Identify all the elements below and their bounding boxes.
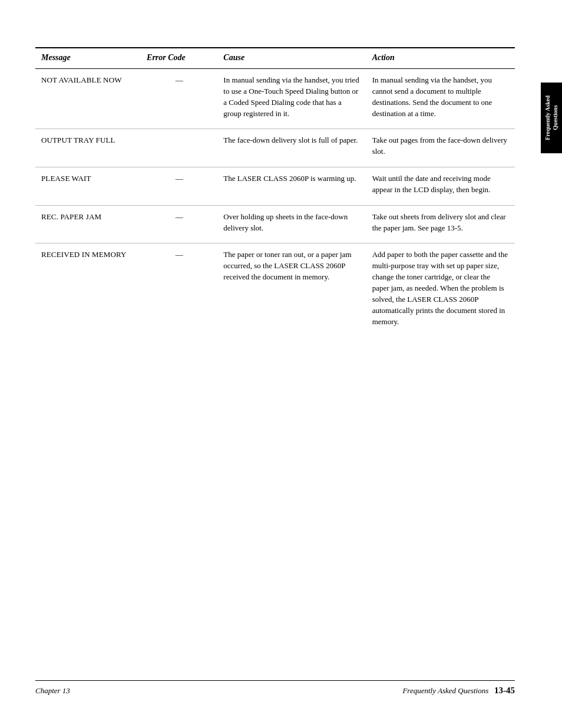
cell-cause: Over holding up sheets in the face-down … (217, 205, 366, 243)
table-row: REC. PAPER JAM—Over holding up sheets in… (35, 205, 515, 243)
footer-page-number: 13-45 (494, 686, 515, 695)
cell-error-code (141, 129, 217, 167)
footer-section-label: Frequently Asked Questions (402, 686, 488, 695)
cell-cause: In manual sending via the handset, you t… (217, 69, 366, 129)
cell-message: NOT AVAILABLE NOW (35, 69, 141, 129)
cell-cause: The LASER CLASS 2060P is warming up. (217, 167, 366, 206)
footer: Chapter 13 Frequently Asked Questions 13… (35, 680, 515, 696)
cell-message: RECEIVED IN MEMORY (35, 243, 141, 337)
cell-message: REC. PAPER JAM (35, 205, 141, 243)
cell-action: Add paper to both the paper cassette and… (366, 243, 515, 337)
table-row: NOT AVAILABLE NOW—In manual sending via … (35, 69, 515, 129)
footer-page: Frequently Asked Questions 13-45 (402, 686, 515, 696)
cell-action: Take out pages from the face-down delive… (366, 129, 515, 167)
page-container: Frequently AskedQuestions Message Error … (0, 0, 562, 728)
cell-error-code: — (141, 205, 217, 243)
header-error-code: Error Code (141, 48, 217, 69)
header-action: Action (366, 48, 515, 69)
cell-message: OUTPUT TRAY FULL (35, 129, 141, 167)
main-table: Message Error Code Cause Action NOT AVAI… (35, 47, 515, 337)
footer-chapter: Chapter 13 (35, 686, 70, 696)
cell-action: In manual sending via the handset, you c… (366, 69, 515, 129)
table-row: OUTPUT TRAY FULLThe face-down delivery s… (35, 129, 515, 167)
header-message: Message (35, 48, 141, 69)
table-row: PLEASE WAIT—The LASER CLASS 2060P is war… (35, 167, 515, 206)
cell-error-code: — (141, 243, 217, 337)
side-tab: Frequently AskedQuestions (541, 83, 562, 153)
side-tab-text: Frequently AskedQuestions (544, 95, 559, 140)
cell-cause: The paper or toner ran out, or a paper j… (217, 243, 366, 337)
cell-cause: The face-down delivery slot is full of p… (217, 129, 366, 167)
cell-message: PLEASE WAIT (35, 167, 141, 206)
cell-error-code: — (141, 69, 217, 129)
cell-action: Wait until the date and receiving mode a… (366, 167, 515, 206)
cell-error-code: — (141, 167, 217, 206)
cell-action: Take out sheets from delivery slot and c… (366, 205, 515, 243)
header-cause: Cause (217, 48, 366, 69)
table-row: RECEIVED IN MEMORY—The paper or toner ra… (35, 243, 515, 337)
